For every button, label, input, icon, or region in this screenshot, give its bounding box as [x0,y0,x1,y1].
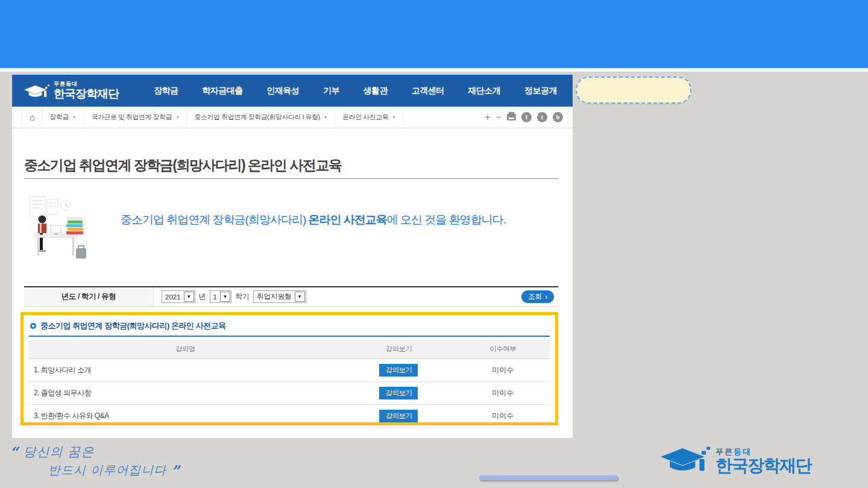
menu-about[interactable]: 재단소개 [468,86,500,96]
close-quote: ” [171,462,180,480]
welcome-message: 중소기업 취업연계 장학금(희망사다리) 온라인 사전교육에 오신 것을 환영합… [121,212,506,228]
completion-status: 미이수 [456,382,550,405]
filter-fields: 2021 년 1 학기 취업지원형 조회 [154,287,558,306]
lecture-name: 3. 반환/환수 사유와 Q&A [29,405,341,428]
slogan-line1: 당신의 꿈은 [24,445,95,459]
menu-dormitory[interactable]: 생활관 [363,86,388,96]
select-arrow-icon [220,292,230,302]
banner-divider [0,68,868,72]
open-quote: “ [10,443,19,461]
breadcrumb-scholarship[interactable]: 장학금 [43,107,84,128]
watch-lecture-button[interactable]: 강의보기 [379,410,418,422]
callout-placeholder [576,77,691,104]
page-title: 중소기업 취업연계 장학금(희망사다리) 온라인 사전교육 [24,156,341,175]
table-row: 3. 반환/환수 사유와 Q&A 강의보기 미이수 [29,405,550,428]
logo-name: 한국장학재단 [54,88,119,99]
course-section-title: 중소기업 취업연계 장학금(희망사다리) 온라인 사전교육 [29,317,550,337]
course-table: 강의명 강의보기 이수여부 1. 희망사다리 소개 강의보기 미이수 2. 졸업… [29,340,550,428]
site-logo[interactable]: 푸른등대 한국장학재단 [24,81,119,101]
menu-scholarship[interactable]: 장학금 [154,86,178,96]
decorative-bar [479,475,618,480]
chevron-down-icon [324,115,327,119]
semester-suffix: 학기 [235,292,250,302]
main-menu: 장학금 학자금대출 인재육성 기부 생활관 고객센터 재단소개 정보공개 [154,86,557,96]
column-completion-status: 이수여부 [456,340,550,359]
year-select[interactable]: 2021 [162,290,195,303]
blog-icon[interactable]: b [553,112,563,122]
completion-status: 미이수 [456,405,550,428]
chevron-down-icon [175,115,179,119]
watch-lecture-button[interactable]: 강의보기 [379,364,418,377]
footer-logo-tagline: 푸른등대 [715,448,811,455]
filter-label: 년도 / 학기 / 유형 [24,287,154,306]
welcome-block: 중소기업 취업연계 장학금(희망사다리) 온라인 사전교육에 오신 것을 환영합… [28,194,506,266]
graduation-cap-icon [24,83,49,101]
menu-student-loan[interactable]: 학자금대출 [202,86,243,96]
bullet-icon [30,323,36,329]
semester-select[interactable]: 1 [210,290,231,303]
breadcrumb: 장학금 국가근로 및 취업연계 장학금 중소기업 취업연계 장학금(희망사다리 … [12,107,573,128]
slide-slogan: “ 당신의 꿈은 반드시 이루어집니다 ” [10,443,180,480]
footer-logo: 푸른등대 한국장학재단 [661,445,811,476]
twitter-icon[interactable]: t [537,112,547,122]
chevron-down-icon [72,115,76,119]
site-navbar: 푸른등대 한국장학재단 장학금 학자금대출 인재육성 기부 생활관 고객센터 재… [12,75,573,107]
title-divider [24,178,558,179]
slide-top-banner [0,0,868,68]
filter-row: 년도 / 학기 / 유형 2021 년 1 학기 취업지원형 조회 [24,286,558,307]
table-row: 2. 졸업생 의무사항 강의보기 미이수 [29,382,550,405]
home-icon[interactable] [22,107,43,128]
breadcrumb-sme-scholarship[interactable]: 중소기업 취업연계 장학금(희망사다리 I 유형) [187,107,336,128]
course-section-highlight: 중소기업 취업연계 장학금(희망사다리) 온라인 사전교육 강의명 강의보기 이… [20,312,558,425]
browser-screenshot: 푸른등대 한국장학재단 장학금 학자금대출 인재육성 기부 생활관 고객센터 재… [12,75,573,438]
search-button[interactable]: 조회 [521,290,554,303]
menu-customer-center[interactable]: 고객센터 [412,86,444,96]
zoom-out-icon[interactable]: − [496,113,502,122]
menu-talent[interactable]: 인재육성 [266,86,299,96]
menu-disclosure[interactable]: 정보공개 [524,86,557,96]
breadcrumb-work-study[interactable]: 국가근로 및 취업연계 장학금 [84,107,187,128]
column-lecture-name: 강의명 [29,340,341,359]
zoom-in-icon[interactable]: + [485,113,490,122]
watch-lecture-button[interactable]: 강의보기 [379,387,418,399]
lecture-name: 2. 졸업생 의무사항 [29,382,341,405]
table-row: 1. 희망사다리 소개 강의보기 미이수 [29,359,550,382]
print-icon[interactable] [507,114,516,120]
completion-status: 미이수 [456,359,550,382]
year-suffix: 년 [199,292,206,302]
page-tools: + − f t b [485,112,573,122]
breadcrumb-online-education[interactable]: 온라인 사전교육 [335,107,404,128]
course-table-header: 강의명 강의보기 이수여부 [29,340,550,359]
facebook-icon[interactable]: f [521,112,532,122]
type-select[interactable]: 취업지원형 [253,290,306,303]
welcome-illustration [28,194,90,266]
column-watch-lecture: 강의보기 [341,340,456,359]
slogan-line2: 반드시 이루어집니다 [48,463,166,477]
logo-tagline: 푸른등대 [54,81,119,87]
select-arrow-icon [295,292,305,302]
chevron-down-icon [392,115,395,119]
select-arrow-icon [184,292,194,302]
graduation-cap-icon [661,445,710,476]
footer-logo-name: 한국장학재단 [715,457,811,474]
lecture-name: 1. 희망사다리 소개 [29,359,341,382]
menu-donation[interactable]: 기부 [323,86,339,96]
